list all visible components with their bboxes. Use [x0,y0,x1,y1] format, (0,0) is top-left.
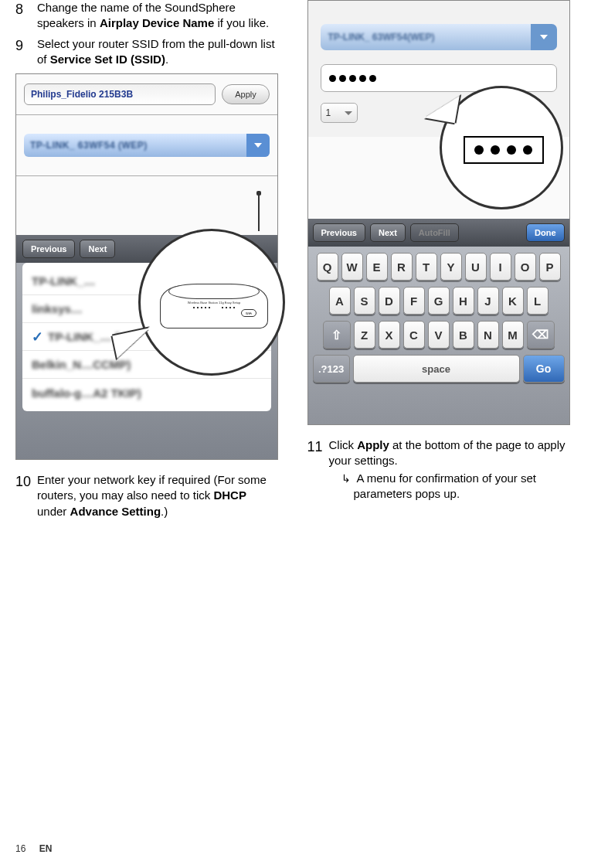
ssid-dropdown[interactable]: TP-LINK_ 63WF54(WEP) [321,24,557,50]
key-r[interactable]: R [391,253,413,281]
password-field[interactable] [321,64,557,92]
key-i[interactable]: I [490,253,511,281]
key-y[interactable]: Y [440,253,462,281]
shift-icon [331,328,341,342]
key-e[interactable]: E [366,253,388,281]
step-8: 8 Change the name of the SoundSphere spe… [15,0,277,32]
page-number: 16 [15,843,25,854]
key-s[interactable]: S [354,287,375,315]
next-button[interactable]: Next [80,240,115,258]
prev-button[interactable]: Previous [313,223,365,242]
wifi-logo-icon: WiFi [241,309,256,317]
router-callout: Wireless Base Station 11g Easy Setup WiF… [138,229,285,376]
check-icon: ✓ [32,328,43,345]
space-key[interactable]: space [353,355,520,383]
key-h[interactable]: H [453,287,474,315]
page-lang: EN [39,843,53,854]
key-v[interactable]: V [428,321,450,349]
router-icon: Wireless Base Station 11g Easy Setup WiF… [160,285,268,328]
password-callout [440,86,563,209]
backspace-icon [532,328,549,342]
key-o[interactable]: O [515,253,536,281]
key-j[interactable]: J [477,287,499,315]
key-m[interactable]: M [502,321,524,349]
input-toolbar: Previous Next AutoFill Done [308,219,569,247]
step-num-9: 9 [15,36,37,68]
ssid-dropdown[interactable]: TP-LINK_ 63WF54 (WEP) [24,134,270,157]
key-d[interactable]: D [379,287,400,315]
key-x[interactable]: X [379,321,400,349]
step-10: 10 Enter your network key if required (F… [15,472,277,519]
list-item[interactable]: buffalo-g…A2 TKIP) [22,379,271,407]
autofill-button[interactable]: AutoFill [410,223,459,242]
key-w[interactable]: W [341,253,363,281]
device-name-field[interactable]: Philips_Fidelio 215B3B [24,83,216,105]
key-g[interactable]: G [428,287,450,315]
key-c[interactable]: C [403,321,425,349]
password-dots-box [464,136,544,164]
figure-ssid-setup: Philips_Fidelio 215B3B Apply TP-LINK_ 63… [15,73,278,460]
key-k[interactable]: K [502,287,524,315]
key-l[interactable]: L [527,287,549,315]
key-p[interactable]: P [539,253,561,281]
key-t[interactable]: T [416,253,437,281]
step-11-substep: A menu for confirmation of your set para… [329,471,569,502]
step-8-text: Change the name of the SoundSphere speak… [37,0,277,32]
step-9: 9 Select your router SSID from the pull-… [15,36,277,68]
step-11-text: Click Apply at the bottom of the page to… [329,437,569,502]
step-num-11: 11 [307,437,329,502]
key-a[interactable]: A [329,287,351,315]
next-button[interactable]: Next [370,223,406,242]
antenna-icon [258,194,260,231]
chevron-down-icon [246,134,270,157]
step-11: 11 Click Apply at the bottom of the page… [307,437,569,502]
step-10-text: Enter your network key if required (For … [37,472,277,519]
done-button[interactable]: Done [526,223,565,242]
shift-key[interactable] [323,321,351,349]
key-u[interactable]: U [465,253,487,281]
chevron-down-icon [531,24,557,50]
key-f[interactable]: F [403,287,425,315]
figure-password-entry: TP-LINK_ 63WF54(WEP) 1 Previous [307,0,570,425]
key-index-dropdown[interactable]: 1 [321,103,358,123]
key-z[interactable]: Z [354,321,375,349]
key-n[interactable]: N [477,321,499,349]
backspace-key[interactable] [527,321,555,349]
num-toggle-key[interactable]: .?123 [313,355,350,383]
page-footer: 16 EN [15,843,52,854]
go-key[interactable]: Go [523,355,565,383]
keyboard: QWERTYUIOP ASDFGHJKL ZXCVBNM .?123 space… [308,247,569,424]
key-q[interactable]: Q [317,253,338,281]
prev-button[interactable]: Previous [22,240,75,258]
step-num-8: 8 [15,0,37,32]
key-b[interactable]: B [453,321,474,349]
step-num-10: 10 [15,472,37,519]
step-9-text: Select your router SSID from the pull-do… [37,36,277,68]
apply-button[interactable]: Apply [222,84,270,104]
